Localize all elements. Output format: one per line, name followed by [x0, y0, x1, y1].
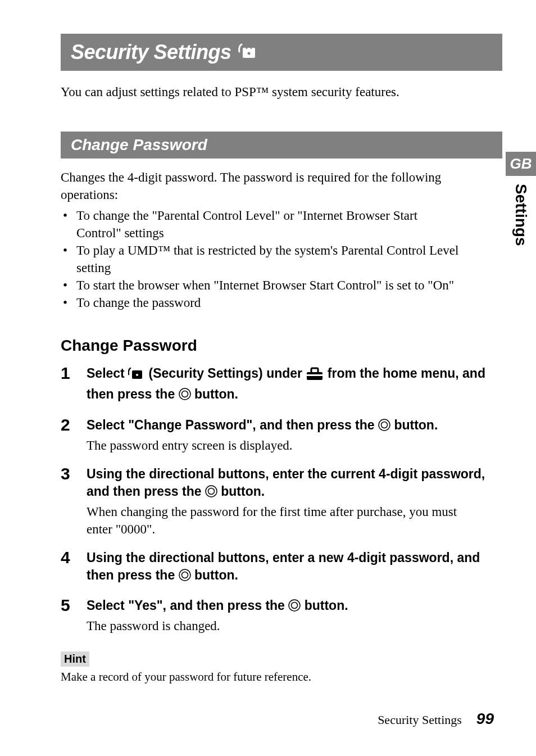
svg-point-14: [289, 600, 300, 611]
step-instruction: Select "Change Password", and then press…: [87, 417, 485, 436]
step-item: 5 Select "Yes", and then press the butto…: [61, 597, 485, 635]
intro-text: You can adjust settings related to PSP™ …: [61, 83, 502, 101]
svg-point-10: [206, 486, 217, 497]
hint-label: Hint: [61, 651, 89, 667]
step-instruction: Select (Security Settings) under: [87, 365, 485, 405]
circle-button-icon: [205, 485, 217, 502]
page-number: 99: [476, 710, 494, 728]
step-body: Select "Change Password", and then press…: [87, 417, 485, 454]
list-item: To play a UMD™ that is restricted by the…: [61, 242, 463, 277]
step-number: 5: [61, 597, 75, 635]
circle-button-icon: [179, 568, 191, 586]
svg-point-11: [208, 488, 214, 494]
circle-button-icon: [378, 418, 390, 436]
step-item: 3 Using the directional buttons, enter t…: [61, 465, 485, 538]
section-heading: Change Password: [71, 136, 492, 154]
step-description: When changing the password for the first…: [87, 503, 485, 538]
step-body: Select (Security Settings) under: [87, 365, 485, 405]
list-item: To start the browser when "Internet Brow…: [61, 277, 463, 294]
svg-point-1: [247, 52, 250, 55]
svg-rect-5: [307, 374, 322, 376]
svg-point-15: [292, 602, 298, 608]
step-body: Select "Yes", and then press the button.…: [87, 597, 485, 635]
step-instruction: Using the directional buttons, enter a n…: [87, 549, 485, 586]
svg-point-13: [181, 572, 188, 578]
step-instruction: Using the directional buttons, enter the…: [87, 465, 485, 502]
title-bar: Security Settings: [61, 34, 502, 71]
side-tab: GB Settings: [506, 152, 536, 246]
step-item: 4 Using the directional buttons, enter a…: [61, 549, 485, 586]
lock-icon: [238, 42, 258, 62]
steps-list: 1 Select (Security Settings) under: [61, 365, 502, 635]
step-number: 4: [61, 549, 75, 586]
footer-section-label: Security Settings: [378, 713, 462, 727]
section-tab-label: Settings: [512, 184, 530, 246]
step-number: 1: [61, 365, 75, 405]
bullet-list: To change the "Parental Control Level" o…: [61, 207, 502, 311]
circle-button-icon: [179, 387, 191, 405]
step-number: 2: [61, 417, 75, 454]
step-body: Using the directional buttons, enter the…: [87, 465, 485, 538]
step-number: 3: [61, 465, 75, 538]
step-instruction: Select "Yes", and then press the button.: [87, 597, 485, 616]
step-item: 2 Select "Change Password", and then pre…: [61, 417, 485, 454]
page-footer: Security Settings 99: [378, 710, 494, 728]
svg-point-8: [379, 419, 390, 431]
svg-point-12: [179, 569, 190, 581]
svg-point-3: [136, 374, 138, 376]
svg-point-6: [179, 388, 190, 400]
security-settings-icon: [128, 366, 145, 386]
hint-text: Make a record of your password for futur…: [61, 669, 502, 685]
page-title: Security Settings: [71, 40, 231, 64]
step-description: The password entry screen is displayed.: [87, 437, 485, 454]
toolbox-icon: [306, 366, 324, 386]
step-body: Using the directional buttons, enter a n…: [87, 549, 485, 586]
list-item: To change the "Parental Control Level" o…: [61, 207, 463, 242]
step-description: The password is changed.: [87, 617, 485, 635]
svg-point-9: [381, 422, 388, 428]
svg-point-7: [181, 391, 188, 397]
list-item: To change the password: [61, 294, 463, 311]
language-badge: GB: [506, 152, 536, 176]
circle-button-icon: [288, 599, 301, 616]
section-heading-bar: Change Password: [61, 132, 502, 159]
section-intro: Changes the 4-digit password. The passwo…: [61, 169, 502, 203]
subsection-title: Change Password: [61, 337, 502, 355]
page-content: Security Settings You can adjust setting…: [0, 0, 536, 707]
step-item: 1 Select (Security Settings) under: [61, 365, 485, 405]
